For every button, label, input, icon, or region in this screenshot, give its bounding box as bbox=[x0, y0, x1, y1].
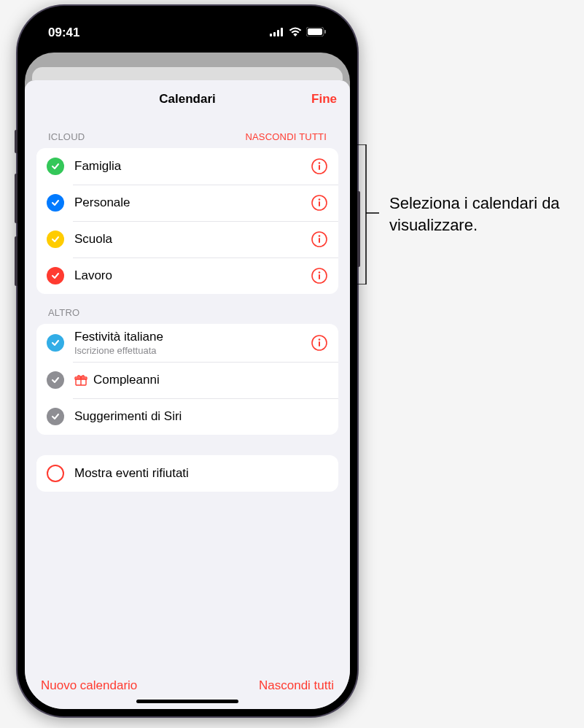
calendar-label: Famiglia bbox=[74, 159, 311, 174]
checkmark-icon[interactable] bbox=[47, 158, 64, 175]
declined-label: Mostra eventi rifiutati bbox=[74, 466, 328, 481]
svg-point-17 bbox=[319, 271, 321, 274]
svg-point-20 bbox=[319, 338, 321, 341]
sheet-content: ICLOUD NASCONDI TUTTI Famiglia bbox=[25, 118, 350, 668]
calendar-row-scuola[interactable]: Scuola bbox=[36, 221, 338, 257]
done-button[interactable]: Fine bbox=[311, 92, 337, 107]
hide-all-button[interactable]: Nascondi tutti bbox=[259, 678, 334, 693]
sheet-header: Calendari Fine bbox=[25, 80, 350, 118]
icloud-list: Famiglia Personale bbox=[36, 148, 338, 294]
checkmark-icon[interactable] bbox=[47, 408, 64, 425]
calendars-sheet: Calendari Fine ICLOUD NASCONDI TUTTI Fam… bbox=[25, 80, 350, 709]
info-icon[interactable] bbox=[311, 158, 328, 175]
volume-down-button bbox=[15, 236, 17, 286]
sheet-backdrop-card bbox=[32, 67, 343, 80]
svg-rect-3 bbox=[281, 28, 283, 36]
svg-rect-5 bbox=[308, 28, 322, 35]
volume-up-button bbox=[15, 174, 17, 223]
battery-icon bbox=[306, 26, 327, 40]
svg-rect-6 bbox=[324, 30, 326, 34]
svg-rect-12 bbox=[319, 201, 320, 206]
declined-list: Mostra eventi rifiutati bbox=[36, 455, 338, 492]
svg-point-11 bbox=[319, 198, 321, 201]
checkmark-icon[interactable] bbox=[47, 371, 64, 389]
info-icon[interactable] bbox=[311, 194, 328, 212]
other-list: Festività italiane Iscrizione effettuata bbox=[36, 324, 338, 435]
info-icon[interactable] bbox=[311, 267, 328, 284]
mute-switch bbox=[15, 130, 17, 153]
section-label-icloud: ICLOUD bbox=[48, 131, 85, 142]
status-right bbox=[270, 26, 327, 40]
calendar-row-festivita[interactable]: Festività italiane Iscrizione effettuata bbox=[36, 324, 338, 362]
section-header-icloud: ICLOUD NASCONDI TUTTI bbox=[36, 118, 338, 148]
callout-text: Seleziona i calendari da visualizzare. bbox=[389, 193, 584, 236]
info-icon[interactable] bbox=[311, 231, 328, 248]
calendar-row-siri[interactable]: Suggerimenti di Siri bbox=[36, 398, 338, 435]
status-time: 09:41 bbox=[48, 26, 79, 40]
calendar-label: Lavoro bbox=[74, 268, 311, 283]
cellular-icon bbox=[270, 26, 284, 40]
show-declined-row[interactable]: Mostra eventi rifiutati bbox=[36, 455, 338, 492]
svg-rect-2 bbox=[277, 30, 279, 36]
svg-rect-1 bbox=[273, 32, 276, 36]
calendar-sublabel: Iscrizione effettuata bbox=[74, 345, 311, 356]
callout-bracket bbox=[357, 144, 381, 284]
info-icon[interactable] bbox=[311, 334, 328, 352]
svg-rect-0 bbox=[270, 34, 272, 36]
calendar-row-compleanni[interactable]: Compleanni bbox=[36, 362, 338, 398]
unchecked-circle-icon[interactable] bbox=[47, 465, 64, 482]
new-calendar-button[interactable]: Nuovo calendario bbox=[41, 678, 137, 693]
iphone-frame: 09:41 Calendari Fine bbox=[17, 6, 357, 716]
calendar-row-famiglia[interactable]: Famiglia bbox=[36, 148, 338, 185]
calendar-label: Personale bbox=[74, 195, 311, 210]
checkmark-icon[interactable] bbox=[47, 194, 64, 212]
svg-rect-9 bbox=[319, 165, 320, 170]
checkmark-icon[interactable] bbox=[47, 334, 64, 352]
section-label-altro: ALTRO bbox=[48, 307, 79, 318]
phone-screen: 09:41 Calendari Fine bbox=[25, 13, 350, 709]
status-bar: 09:41 bbox=[25, 13, 350, 53]
calendar-label: Suggerimenti di Siri bbox=[74, 409, 328, 424]
svg-rect-21 bbox=[319, 341, 320, 346]
calendar-label: Scuola bbox=[74, 232, 311, 247]
sheet-title: Calendari bbox=[159, 92, 215, 107]
section-header-altro: ALTRO bbox=[36, 294, 338, 324]
gift-icon bbox=[74, 373, 87, 387]
checkmark-icon[interactable] bbox=[47, 231, 64, 248]
svg-point-14 bbox=[319, 235, 321, 237]
calendar-label: Compleanni bbox=[93, 373, 160, 387]
svg-rect-18 bbox=[319, 274, 320, 279]
svg-point-8 bbox=[319, 162, 321, 164]
checkmark-icon[interactable] bbox=[47, 267, 64, 284]
hide-all-icloud-button[interactable]: NASCONDI TUTTI bbox=[245, 131, 327, 142]
wifi-icon bbox=[289, 26, 302, 40]
home-indicator[interactable] bbox=[136, 700, 238, 703]
calendar-row-personale[interactable]: Personale bbox=[36, 185, 338, 221]
svg-rect-15 bbox=[319, 238, 320, 243]
dynamic-island bbox=[141, 23, 233, 50]
calendar-row-lavoro[interactable]: Lavoro bbox=[36, 257, 338, 294]
callout: Seleziona i calendari da visualizzare. bbox=[357, 144, 584, 284]
calendar-label: Festività italiane bbox=[74, 330, 311, 344]
